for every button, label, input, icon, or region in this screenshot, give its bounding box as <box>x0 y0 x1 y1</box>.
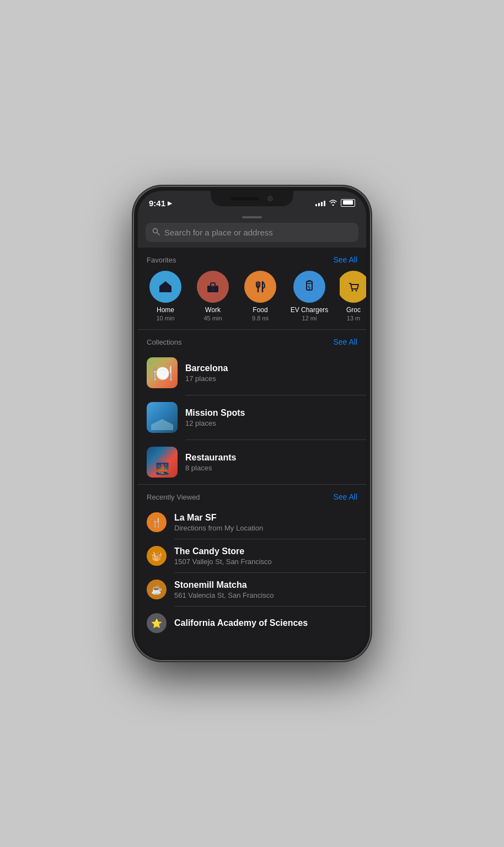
restaurants-count: 8 places <box>185 464 236 472</box>
ev-detail: 12 mi <box>302 315 317 321</box>
candy-name: The Candy Store <box>174 546 272 556</box>
favorite-food[interactable]: Food 9.8 mi <box>242 271 279 321</box>
lamar-name: La Mar SF <box>174 513 263 523</box>
favorite-grocery[interactable]: Groc 13 m <box>340 271 366 321</box>
favorite-work[interactable]: Work 45 min <box>194 271 232 321</box>
grocery-icon <box>340 271 366 303</box>
favorite-home[interactable]: Home 10 min <box>147 271 184 321</box>
svg-line-1 <box>157 233 159 235</box>
work-icon <box>197 271 229 303</box>
search-icon <box>152 228 160 237</box>
status-icons <box>315 199 355 207</box>
collections-header: Collections See All <box>138 330 366 351</box>
restaurants-thumbnail: 🌉 <box>147 447 178 478</box>
academy-icon: ⭐ <box>147 613 167 633</box>
search-section: Search for a place or address <box>138 215 366 248</box>
signal-icon <box>315 200 325 206</box>
recently-viewed-see-all[interactable]: See All <box>333 492 357 501</box>
svg-rect-6 <box>207 286 218 288</box>
work-detail: 45 min <box>203 315 222 321</box>
wifi-icon <box>329 199 337 207</box>
recent-lamar[interactable]: 🍴 La Mar SF Directions from My Location <box>138 506 366 539</box>
barcelona-name: Barcelona <box>185 363 228 373</box>
matcha-name: Stonemill Matcha <box>174 580 274 590</box>
restaurants-name: Restaurants <box>185 453 236 463</box>
mission-spots-thumbnail <box>147 402 178 433</box>
ev-icon <box>293 271 325 303</box>
home-icon <box>149 271 181 303</box>
favorite-ev[interactable]: EV Chargers 12 mi <box>289 271 330 321</box>
svg-point-0 <box>153 229 158 233</box>
search-bar[interactable]: Search for a place or address <box>146 223 358 242</box>
barcelona-thumbnail: 🍽️ <box>147 357 178 388</box>
barcelona-count: 17 places <box>185 374 228 383</box>
svg-marker-13 <box>308 285 310 290</box>
mission-spots-name: Mission Spots <box>185 408 245 418</box>
collections-title: Collections <box>147 338 182 346</box>
svg-rect-2 <box>164 289 167 292</box>
work-label: Work <box>205 306 221 314</box>
svg-point-15 <box>356 290 357 292</box>
candy-icon: 🧺 <box>147 546 167 566</box>
favorites-see-all[interactable]: See All <box>333 255 357 264</box>
matcha-detail: 561 Valencia St, San Francisco <box>174 591 274 599</box>
battery-icon <box>341 199 355 207</box>
recent-candy-store[interactable]: 🧺 The Candy Store 1507 Vallejo St, San F… <box>138 539 366 572</box>
collection-restaurants[interactable]: 🌉 Restaurants 8 places <box>138 440 366 484</box>
candy-detail: 1507 Vallejo St, San Francisco <box>174 557 272 566</box>
phone-device: 9:41 ▶ <box>133 186 371 661</box>
home-label: Home <box>157 306 174 314</box>
lamar-detail: Directions from My Location <box>174 524 263 532</box>
food-icon <box>244 271 276 303</box>
notch <box>211 191 293 206</box>
grocery-label: Groc <box>346 306 361 314</box>
search-placeholder: Search for a place or address <box>164 228 273 237</box>
grocery-detail: 13 m <box>347 315 360 321</box>
phone-screen: 9:41 ▶ <box>138 191 366 656</box>
status-time: 9:41 ▶ <box>149 199 172 208</box>
front-camera <box>267 196 273 201</box>
lamar-icon: 🍴 <box>147 512 167 532</box>
favorites-header: Favorites See All <box>138 248 366 269</box>
scroll-content[interactable]: Search for a place or address Favorites … <box>138 215 366 656</box>
home-detail: 10 min <box>156 315 174 321</box>
collection-mission-spots[interactable]: Mission Spots 12 places <box>138 395 366 439</box>
drag-indicator <box>242 216 262 218</box>
recently-viewed-title: Recently Viewed <box>147 493 200 501</box>
matcha-icon: ☕ <box>147 580 167 599</box>
speaker-grille <box>231 197 259 200</box>
recently-viewed-header: Recently Viewed See All <box>138 485 366 506</box>
favorites-row: Home 10 min Work 45 <box>138 269 366 329</box>
collection-barcelona[interactable]: 🍽️ Barcelona 17 places <box>138 351 366 395</box>
ev-label: EV Chargers <box>291 306 329 314</box>
recent-academy[interactable]: ⭐ California Academy of Sciences <box>138 607 366 640</box>
food-label: Food <box>253 306 267 314</box>
collections-see-all[interactable]: See All <box>333 337 357 346</box>
location-icon: ▶ <box>168 200 172 206</box>
svg-point-14 <box>352 290 353 292</box>
mission-spots-count: 12 places <box>185 419 245 427</box>
recent-matcha[interactable]: ☕ Stonemill Matcha 561 Valencia St, San … <box>138 573 366 606</box>
favorites-title: Favorites <box>147 256 176 264</box>
food-detail: 9.8 mi <box>252 315 269 321</box>
academy-name: California Academy of Sciences <box>174 618 308 628</box>
